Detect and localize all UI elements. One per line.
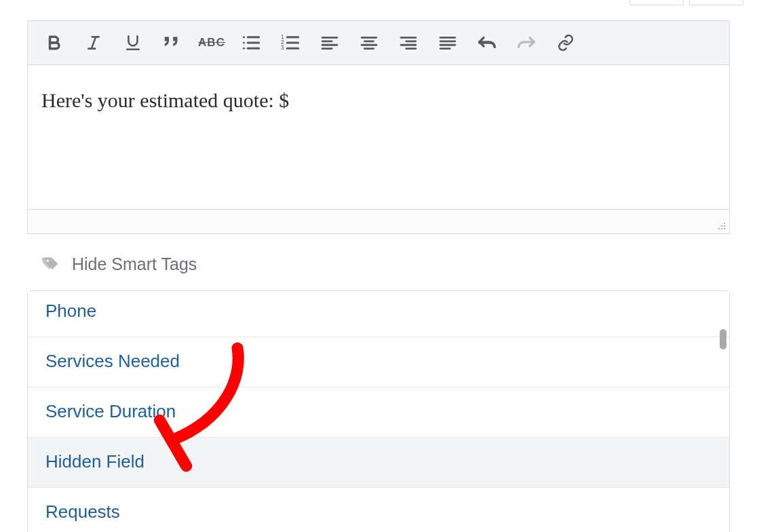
italic-button[interactable]	[74, 25, 113, 60]
align-left-icon	[321, 34, 338, 52]
editor-toolbar: ABC 123	[27, 20, 730, 65]
align-center-button[interactable]	[349, 25, 389, 60]
align-right-button[interactable]	[389, 25, 428, 60]
editor-content[interactable]: Here's your estimated quote: $	[28, 65, 729, 209]
field-item-hidden-field[interactable]: Hidden Field	[28, 438, 729, 488]
field-item-label: Phone	[45, 301, 96, 321]
smart-tags-toggle[interactable]: Hide Smart Tags	[27, 234, 730, 290]
field-item-label: Services Needed	[45, 351, 180, 371]
tag-icon	[41, 255, 61, 274]
svg-rect-32	[724, 223, 725, 224]
redo-icon	[516, 34, 537, 52]
svg-line-2	[92, 37, 96, 48]
align-center-icon	[360, 34, 378, 52]
field-item-services-needed[interactable]: Services Needed	[28, 337, 729, 387]
field-item-label: Service Duration	[45, 401, 176, 421]
ul-icon	[241, 34, 260, 52]
editor-statusbar	[28, 209, 729, 233]
svg-point-4	[243, 36, 245, 38]
field-item-label: Hidden Field	[45, 451, 144, 472]
window-tab-stubs	[629, 0, 743, 7]
field-item-service-duration[interactable]: Service Duration	[28, 387, 729, 438]
list-scrollbar-thumb[interactable]	[720, 329, 726, 349]
svg-rect-37	[724, 228, 725, 229]
bold-icon	[45, 34, 63, 52]
svg-point-6	[243, 41, 245, 43]
svg-rect-34	[724, 225, 725, 227]
smart-tags-list: Phone Services Needed Service Duration H…	[27, 290, 730, 532]
editor-container: Here's your estimated quote: $	[27, 65, 730, 234]
align-right-icon	[400, 34, 417, 52]
redo-button[interactable]	[507, 25, 546, 60]
svg-rect-36	[721, 228, 722, 229]
italic-icon	[85, 34, 102, 52]
svg-text:3: 3	[281, 45, 284, 52]
resize-handle[interactable]	[717, 221, 726, 231]
bold-button[interactable]	[35, 25, 74, 60]
svg-point-8	[243, 48, 245, 50]
align-justify-icon	[439, 34, 457, 52]
undo-button[interactable]	[467, 25, 507, 60]
ordered-list-button[interactable]: 123	[271, 25, 310, 60]
unordered-list-button[interactable]	[231, 25, 271, 60]
field-item-label: Requests	[45, 501, 120, 522]
strikethrough-button[interactable]: ABC	[192, 25, 231, 60]
link-button[interactable]	[546, 25, 585, 60]
underline-icon	[124, 34, 142, 52]
strike-icon: ABC	[198, 36, 225, 50]
quote-icon	[162, 34, 182, 52]
list-scrollbar[interactable]	[718, 291, 729, 532]
align-justify-button[interactable]	[428, 25, 467, 60]
underline-button[interactable]	[113, 25, 153, 60]
blockquote-button[interactable]	[153, 25, 192, 60]
svg-rect-35	[718, 228, 720, 229]
undo-icon	[477, 34, 497, 52]
align-left-button[interactable]	[310, 25, 349, 60]
smart-tags-label: Hide Smart Tags	[72, 254, 197, 274]
svg-rect-33	[721, 225, 722, 227]
svg-point-38	[47, 259, 50, 262]
link-icon	[556, 34, 575, 52]
ol-icon: 123	[281, 34, 300, 52]
field-item-requests[interactable]: Requests	[28, 488, 729, 532]
field-item-phone[interactable]: Phone	[28, 291, 729, 337]
